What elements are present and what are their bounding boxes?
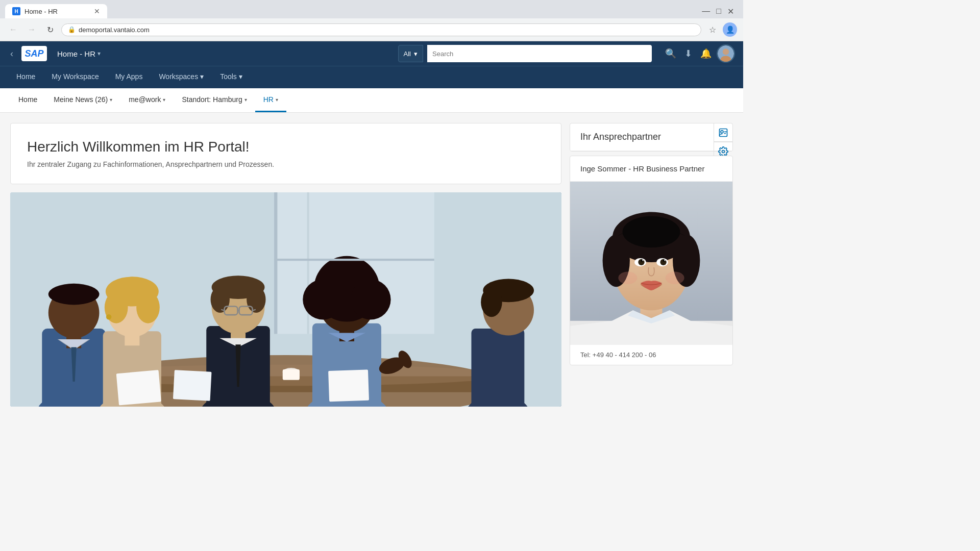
sap-nav-tools-label: Tools — [220, 72, 237, 81]
sap-navbar: Home My Workspace My Apps Workspaces ▾ T… — [0, 66, 743, 88]
browser-toolbar: ← → ↻ 🔒 demoportal.vantaio.com ☆ 👤 — [0, 18, 743, 41]
svg-rect-47 — [173, 370, 212, 401]
tab-close-button[interactable]: ✕ — [94, 7, 100, 15]
contact-card: Inge Sommer - HR Business Partner — [570, 156, 733, 365]
settings-icon — [718, 146, 728, 157]
sap-nav-home-label: Home — [16, 72, 35, 81]
meeting-scene-svg — [10, 192, 561, 407]
url-text: demoportal.vantaio.com — [79, 26, 695, 34]
browser-tab[interactable]: H Home - HR ✕ — [5, 4, 107, 18]
page-nav-hr[interactable]: HR ▾ — [255, 88, 286, 112]
svg-point-69 — [623, 216, 680, 248]
svg-point-27 — [247, 286, 265, 313]
contact-portrait-svg — [570, 182, 732, 345]
ansprechpartner-title: Ihr Ansprechpartner — [580, 132, 661, 142]
reload-button[interactable]: ↻ — [43, 22, 57, 37]
page-nav-standort-arrow-icon: ▾ — [244, 97, 247, 103]
sap-nav-tools-arrow-icon: ▾ — [239, 72, 242, 81]
contact-name: Inge Sommer - HR Business Partner — [570, 156, 732, 182]
svg-point-38 — [303, 280, 343, 320]
contact-phone: Tel: +49 40 - 414 200 - 06 — [570, 345, 732, 365]
page-nav-home[interactable]: Home — [10, 88, 45, 112]
tab-title: Home - HR — [24, 8, 58, 15]
page-nav-meine-news[interactable]: Meine News (26) ▾ — [45, 88, 120, 112]
sap-logo-text: SAP — [24, 48, 43, 59]
sap-user-avatar[interactable] — [717, 44, 735, 63]
svg-point-79 — [666, 271, 684, 284]
sap-notifications-icon[interactable]: 🔔 — [697, 45, 715, 62]
sap-header: ‹ SAP Home - HR ▾ All ▾ 🔍 ⬇ 🔔 — [0, 41, 743, 66]
sap-search-scope-dropdown[interactable]: All ▾ — [398, 45, 423, 62]
lock-icon: 🔒 — [68, 26, 76, 33]
hero-image — [10, 192, 561, 407]
page-nav-standort-label: Standort: Hamburg — [182, 95, 242, 104]
sap-search-area: All ▾ — [398, 45, 652, 62]
minimize-button[interactable]: — — [702, 7, 710, 16]
svg-rect-48 — [328, 369, 369, 402]
svg-rect-46 — [116, 370, 161, 405]
sap-app-title-text: Home - HR — [57, 49, 95, 58]
right-sidebar: Ihr Ansprechpartner — [570, 123, 733, 460]
sap-search-input-wrap — [427, 45, 652, 62]
svg-point-19 — [136, 291, 160, 323]
page-nav-meine-news-label: Meine News (26) — [54, 95, 108, 104]
sap-nav-my-workspace-label: My Workspace — [52, 72, 99, 81]
sap-nav-tools[interactable]: Tools ▾ — [212, 66, 251, 88]
address-bar[interactable]: 🔒 demoportal.vantaio.com — [61, 23, 701, 36]
welcome-card: Herzlich Willkommen im HR Portal! Ihr ze… — [10, 123, 561, 184]
sap-nav-workspaces[interactable]: Workspaces ▾ — [151, 66, 212, 88]
ansprechpartner-card-header: Ihr Ansprechpartner — [570, 123, 732, 151]
welcome-title: Herzlich Willkommen im HR Portal! — [27, 139, 545, 155]
welcome-subtitle: Ihr zentraler Zugang zu Fachinformatione… — [27, 160, 545, 168]
sap-nav-my-workspace[interactable]: My Workspace — [43, 66, 107, 88]
svg-rect-50 — [283, 369, 300, 380]
page-nav-meine-news-arrow-icon: ▾ — [110, 97, 112, 103]
svg-point-21 — [106, 314, 111, 319]
welcome-panel: Herzlich Willkommen im HR Portal! Ihr ze… — [10, 123, 561, 460]
svg-point-56 — [721, 130, 723, 133]
forward-button[interactable]: → — [24, 22, 39, 37]
sap-download-icon[interactable]: ⬇ — [681, 45, 695, 62]
page-nav-me-at-work-label: me@work — [129, 95, 161, 104]
svg-point-76 — [642, 259, 644, 261]
tab-favicon: H — [12, 7, 20, 15]
sap-app-title-dropdown-icon[interactable]: ▾ — [97, 50, 101, 57]
back-button[interactable]: ← — [6, 22, 20, 37]
person-card-icon — [718, 128, 728, 138]
svg-point-12 — [48, 284, 100, 305]
page-nav-me-at-work-arrow-icon: ▾ — [163, 97, 165, 103]
sap-nav-workspaces-arrow-icon: ▾ — [200, 72, 204, 81]
main-content: Herzlich Willkommen im HR Portal! Ihr ze… — [0, 113, 743, 470]
sap-nav-workspaces-label: Workspaces — [159, 72, 198, 81]
chrome-user-avatar[interactable]: 👤 — [723, 22, 737, 37]
page-nav-hr-arrow-icon: ▾ — [276, 97, 278, 103]
svg-point-78 — [618, 271, 637, 284]
svg-rect-20 — [125, 334, 139, 346]
sap-nav-my-apps[interactable]: My Apps — [107, 66, 151, 88]
sap-nav-home[interactable]: Home — [8, 66, 43, 88]
svg-point-59 — [722, 150, 725, 153]
sap-search-icon[interactable]: 🔍 — [662, 45, 679, 62]
page-nav-standort[interactable]: Standort: Hamburg ▾ — [174, 88, 255, 112]
sap-header-icons: 🔍 ⬇ 🔔 — [662, 44, 735, 63]
sap-search-input[interactable] — [427, 50, 652, 58]
page-nav-me-at-work[interactable]: me@work ▾ — [120, 88, 174, 112]
maximize-button[interactable]: □ — [716, 7, 721, 16]
ansprechpartner-card: Ihr Ansprechpartner — [570, 123, 733, 152]
page-nav-hr-label: HR — [263, 95, 274, 104]
svg-point-77 — [664, 259, 666, 261]
page-nav-home-label: Home — [18, 95, 37, 104]
sap-nav-my-apps-label: My Apps — [115, 72, 143, 81]
bookmark-button[interactable]: ☆ — [705, 22, 720, 37]
close-button[interactable]: ✕ — [727, 7, 734, 16]
sap-shell: ‹ SAP Home - HR ▾ All ▾ 🔍 ⬇ 🔔 — [0, 41, 743, 88]
page-navbar: Home Meine News (26) ▾ me@work ▾ Standor… — [0, 88, 743, 113]
contact-photo — [570, 182, 732, 345]
ansprechpartner-person-icon-button[interactable] — [714, 123, 732, 142]
svg-point-1 — [723, 48, 729, 55]
svg-point-26 — [211, 286, 230, 313]
sap-search-scope-label: All — [404, 50, 411, 58]
sap-search-scope-arrow-icon: ▾ — [414, 50, 418, 58]
sap-back-button[interactable]: ‹ — [8, 46, 15, 61]
sap-logo[interactable]: SAP — [21, 46, 47, 61]
